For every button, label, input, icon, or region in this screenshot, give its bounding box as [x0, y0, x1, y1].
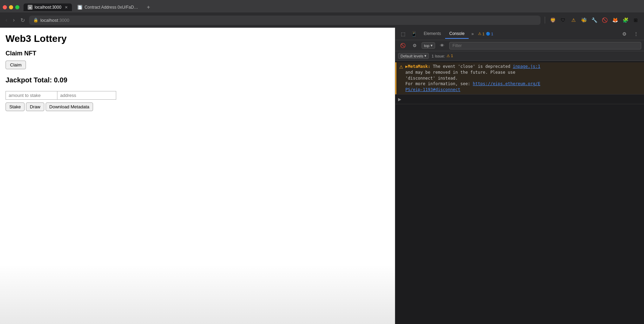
claim-button[interactable]: Claim	[6, 61, 26, 69]
back-button[interactable]: ‹	[4, 16, 9, 25]
console-entry-metamask: ⚠ ▶MetaMask: The event 'close' is deprec…	[395, 62, 644, 94]
context-arrow: ▾	[431, 43, 433, 48]
app-title: Web3 Lottery	[6, 33, 389, 44]
fullscreen-window-button[interactable]	[15, 5, 19, 9]
warn-count: 1	[482, 32, 485, 36]
eye-button[interactable]: 👁	[438, 42, 447, 49]
devtools-inspect-button[interactable]: ⬚	[398, 29, 408, 39]
tab-close-localhost[interactable]: ✕	[65, 5, 68, 10]
address-input[interactable]	[57, 91, 116, 100]
console-message-metamask: ▶MetaMask: The event 'close' is deprecat…	[405, 64, 540, 93]
warning-icon[interactable]: ⚠	[569, 16, 578, 24]
info-icon: 🔵	[486, 32, 490, 36]
tab-localhost[interactable]: ▲ localhost:3000 ✕	[24, 3, 72, 11]
clear-console-button[interactable]: 🚫	[398, 42, 408, 49]
devtools-panel: ⬚ 📱 Elements Console » ⚠ 1 🔵 1 ⚙	[395, 28, 644, 324]
browser-chrome: ▲ localhost:3000 ✕ 📄 Contract Address 0x…	[0, 0, 644, 28]
info-badge: 🔵 1	[486, 32, 493, 36]
draw-button[interactable]: Draw	[26, 102, 44, 111]
shield-icon[interactable]: 🛡	[559, 16, 567, 24]
web-app-content: Web3 Lottery Claim NFT Claim Jackpot Tot…	[0, 28, 395, 324]
tab-favicon-contract: 📄	[77, 5, 82, 10]
brave-icon[interactable]: 🦁	[549, 16, 557, 24]
tool-icon[interactable]: 🔧	[590, 16, 598, 24]
claim-heading: Claim NFT	[6, 50, 389, 57]
context-label: top	[424, 44, 429, 48]
traffic-lights	[3, 5, 19, 9]
brave-rewards-icon[interactable]: 🐝	[580, 16, 588, 24]
info-count: 1	[491, 32, 493, 36]
forward-button[interactable]: ›	[11, 16, 16, 25]
minimize-window-button[interactable]	[9, 5, 13, 9]
new-tab-button[interactable]: +	[144, 3, 153, 12]
tab-elements[interactable]: Elements	[420, 29, 445, 39]
grid-icon[interactable]: ⊞	[632, 16, 640, 24]
tab-contract[interactable]: 📄 Contract Address 0xU/FaD1/0d196	[73, 3, 142, 11]
levels-arrow: ▾	[424, 54, 426, 58]
warn-icon: ⚠	[399, 64, 403, 70]
extension-icons: 🦁 🛡 ⚠ 🐝 🔧 🚫 🦊 🧩 ⊞	[543, 16, 640, 24]
tab-console[interactable]: Console	[445, 29, 469, 39]
console-link-inpage[interactable]: inpage.js:1	[513, 64, 540, 69]
devtools-device-button[interactable]: 📱	[408, 29, 420, 39]
secure-icon: 🔒	[33, 18, 38, 22]
levels-label: Default levels	[401, 54, 423, 58]
issues-warn: ⚠ 1	[447, 54, 453, 58]
stake-amount-input[interactable]	[6, 91, 57, 100]
metamask-icon[interactable]: 🦊	[611, 16, 619, 24]
devtools-settings-button[interactable]: ⚙	[619, 29, 629, 39]
devtools-more-button[interactable]: ⋮	[631, 29, 641, 39]
tab-favicon-localhost: ▲	[28, 5, 33, 10]
close-window-button[interactable]	[3, 5, 7, 9]
context-selector[interactable]: top ▾	[422, 42, 435, 49]
extensions-icon[interactable]: 🧩	[621, 16, 629, 24]
toolbar-separator	[545, 17, 545, 24]
expand-arrow-icon[interactable]: ▶	[398, 97, 401, 102]
issues-label: 1 Issue:	[432, 54, 445, 58]
jackpot-total: Jackpot Total: 0.09	[6, 76, 389, 84]
tab-label-contract: Contract Address 0xU/FaD1/0d196	[84, 5, 138, 10]
url-host: localhost:3000	[40, 18, 70, 23]
devtools-tab-bar: ⬚ 📱 Elements Console » ⚠ 1 🔵 1 ⚙	[395, 28, 644, 40]
devtools-more-tabs[interactable]: »	[469, 29, 477, 38]
download-metadata-button[interactable]: Download Metadata	[46, 102, 93, 111]
reload-button[interactable]: ↻	[19, 16, 26, 25]
tab-label-localhost: localhost:3000	[35, 5, 61, 10]
address-bar: ‹ › ↻ 🔒 localhost:3000 🦁 🛡 ⚠ 🐝 🔧 🚫 🦊 🧩 ⊞	[0, 12, 644, 28]
console-settings-button[interactable]: ⚙	[411, 42, 419, 49]
console-entry-expand[interactable]: ▶	[395, 94, 644, 104]
console-filter-input[interactable]	[449, 42, 641, 50]
console-output: ⚠ ▶MetaMask: The event 'close' is deprec…	[395, 61, 644, 324]
log-levels-selector[interactable]: Default levels ▾	[398, 53, 429, 59]
warn-badge: ⚠ 1	[478, 32, 485, 36]
url-bar[interactable]: 🔒 localhost:3000	[29, 16, 541, 25]
action-button-row: Stake Draw Download Metadata	[6, 102, 389, 111]
devtools-settings: ⚙ ⋮	[619, 29, 641, 39]
devtools-levels-bar: Default levels ▾ 1 Issue: ⚠ 1	[395, 51, 644, 61]
warn-icon: ⚠	[478, 32, 481, 36]
stake-input-row	[6, 91, 389, 100]
issues-badge: 1 Issue: ⚠ 1	[432, 54, 453, 58]
stake-button[interactable]: Stake	[6, 102, 25, 111]
tab-bar: ▲ localhost:3000 ✕ 📄 Contract Address 0x…	[0, 0, 644, 12]
console-link-eips[interactable]: https://eips.ethereum.org/E PS/eip-1193#…	[405, 81, 540, 92]
main-layout: Web3 Lottery Claim NFT Claim Jackpot Tot…	[0, 28, 644, 324]
devtools-toolbar: 🚫 ⚙ top ▾ 👁	[395, 40, 644, 51]
devtools-badges: ⚠ 1 🔵 1	[478, 32, 493, 36]
block-icon[interactable]: 🚫	[600, 16, 609, 24]
